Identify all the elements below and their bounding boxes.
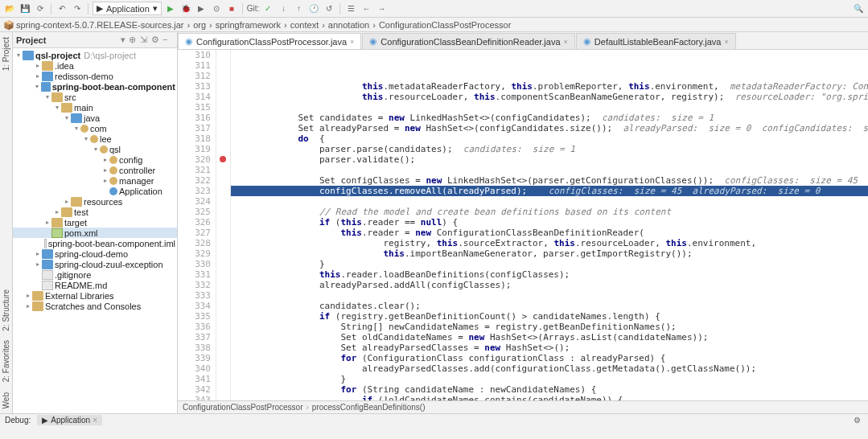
tree-item[interactable]: ▸test	[13, 207, 177, 217]
status-crumb[interactable]: processConfigBeanDefinitions()	[312, 403, 426, 412]
code-area[interactable]: 3103113123133143153163173183193203213223…	[178, 50, 868, 400]
line-number[interactable]: 333	[178, 290, 211, 301]
code-line[interactable]: for (ConfigurationClass configurationCla…	[231, 353, 868, 363]
debug-icon[interactable]: 🐞	[179, 2, 192, 15]
code-line[interactable]: this.reader.loadBeanDefinitions(configCl…	[231, 269, 868, 280]
code-line[interactable]: // Read the model and create bean defini…	[231, 207, 868, 217]
line-number[interactable]: 338	[178, 343, 211, 353]
code-line[interactable]: }	[231, 259, 868, 269]
project-tree[interactable]: ▾ qsl-project D:\qsl-project ▸.idea▸redi…	[13, 48, 177, 413]
line-number[interactable]: 329	[178, 248, 211, 259]
code-content[interactable]: 博客园 @ 青石路 this.metadataReaderFactory, th…	[231, 50, 868, 400]
code-line[interactable]: this.metadataReaderFactory, this.problem…	[231, 81, 868, 92]
tree-item[interactable]: ▸Scratches and Consoles	[13, 301, 177, 311]
code-line[interactable]	[231, 290, 868, 301]
vcs-update-icon[interactable]: ✓	[261, 2, 274, 15]
code-line[interactable]: Set oldCandidateNames = new HashSet<>(Ar…	[231, 332, 868, 343]
tree-item[interactable]: README.md	[13, 280, 177, 290]
code-line[interactable]: this.reader = new ConfigurationClassBean…	[231, 228, 868, 238]
close-icon[interactable]: ×	[564, 38, 568, 46]
code-line[interactable]: this.resourceLoader, this.componentScanB…	[231, 92, 868, 102]
code-line[interactable]: }	[231, 374, 868, 384]
line-number[interactable]: 318	[178, 133, 211, 144]
run-config-dropdown[interactable]: ▶ Application ▾	[93, 2, 162, 15]
tree-item[interactable]: ▾java	[13, 113, 177, 123]
line-number[interactable]: 332	[178, 280, 211, 290]
line-number[interactable]: 328	[178, 238, 211, 248]
hide-icon[interactable]: −	[162, 35, 174, 46]
line-number[interactable]: 339	[178, 353, 211, 363]
close-icon[interactable]: ×	[93, 416, 97, 425]
vcs-revert-icon[interactable]: ↺	[323, 2, 335, 15]
tree-item[interactable]: Application	[13, 186, 177, 196]
run-icon[interactable]: ▶	[164, 2, 177, 15]
tree-item[interactable]: ▾main	[13, 102, 177, 113]
line-number[interactable]: 325	[178, 207, 211, 217]
tree-item[interactable]: ▸config	[13, 154, 177, 165]
code-line[interactable]: do {	[231, 133, 868, 144]
breadcrumb-item[interactable]: context	[290, 20, 319, 30]
breadcrumb-item[interactable]: annotation	[328, 20, 369, 30]
line-number[interactable]: 319	[178, 144, 211, 154]
line-number[interactable]: 327	[178, 228, 211, 238]
tree-item[interactable]: ▾src	[13, 92, 177, 102]
line-number[interactable]: 315	[178, 102, 211, 113]
line-number[interactable]: 320	[178, 154, 211, 165]
line-number[interactable]: 317	[178, 123, 211, 133]
line-number[interactable]: 313	[178, 81, 211, 92]
code-line[interactable]: Set alreadyParsed = new HashSet<>(config…	[231, 123, 868, 133]
code-line[interactable]: parser.parse(candidates); candidates: si…	[231, 144, 868, 154]
code-line[interactable]	[231, 165, 868, 175]
line-number[interactable]: 340	[178, 363, 211, 374]
code-line[interactable]: if (registry.getBeanDefinitionCount() > …	[231, 311, 868, 322]
back-icon[interactable]: ←	[360, 2, 372, 15]
code-line[interactable]: Set alreadyParsedClasses = new HashSet<>…	[231, 343, 868, 353]
tree-item[interactable]: pom.xml	[13, 228, 177, 238]
tree-item[interactable]: ▸target	[13, 217, 177, 228]
line-number[interactable]: 324	[178, 196, 211, 207]
line-number[interactable]: 326	[178, 217, 211, 228]
structure-icon[interactable]: ☰	[344, 2, 357, 15]
close-icon[interactable]: ×	[350, 38, 354, 46]
status-crumb[interactable]: ConfigurationClassPostProcessor	[183, 403, 303, 412]
tree-item[interactable]: ▾com	[13, 123, 177, 133]
line-number[interactable]: 311	[178, 60, 211, 71]
breadcrumb-item[interactable]: org	[193, 20, 206, 30]
code-line[interactable]: candidates.clear();	[231, 301, 868, 311]
vcs-history-icon[interactable]: 🕐	[307, 2, 320, 15]
marker-gutter[interactable]	[216, 50, 231, 400]
save-icon[interactable]: 💾	[19, 2, 31, 15]
code-line[interactable]: Set candidates = new LinkedHashSet<>(con…	[231, 113, 868, 123]
line-number[interactable]: 314	[178, 92, 211, 102]
line-number[interactable]: 342	[178, 384, 211, 395]
line-number[interactable]: 343	[178, 395, 211, 400]
tree-item[interactable]: ▾spring-boot-bean-component	[13, 81, 177, 92]
target-icon[interactable]: ⊕	[129, 35, 140, 46]
line-number[interactable]: 331	[178, 269, 211, 280]
line-number[interactable]: 335	[178, 311, 211, 322]
structure-tool-tab[interactable]: 2: Structure	[0, 285, 12, 336]
refresh-icon[interactable]: ⟳	[34, 2, 47, 15]
code-line[interactable]	[231, 196, 868, 207]
editor-tab[interactable]: ◉ConfigurationClassBeanDefinitionReader.…	[362, 33, 574, 49]
chevron-down-icon[interactable]: ▾	[121, 35, 125, 45]
code-line[interactable]: registry, this.sourceExtractor, this.res…	[231, 238, 868, 248]
line-number[interactable]: 336	[178, 322, 211, 332]
project-tool-tab[interactable]: 1: Project	[0, 32, 12, 76]
line-number[interactable]: 337	[178, 332, 211, 343]
line-gutter[interactable]: 3103113123133143153163173183193203213223…	[178, 50, 216, 400]
tree-item[interactable]: ▸resources	[13, 196, 177, 207]
redo-icon[interactable]: ↷	[71, 2, 84, 15]
tree-item[interactable]: ▸.idea	[13, 60, 177, 71]
tree-item[interactable]: ▸External Libraries	[13, 290, 177, 301]
debug-tab[interactable]: ▶ Application ×	[37, 415, 102, 425]
tree-item[interactable]: .gitignore	[13, 269, 177, 280]
code-line[interactable]: if (!oldCandidateNames.contains(candidat…	[231, 395, 868, 400]
code-line[interactable]: this.importBeanNameGenerator, parser.get…	[231, 248, 868, 259]
line-number[interactable]: 334	[178, 301, 211, 311]
code-line[interactable]: alreadyParsedClasses.add(configurationCl…	[231, 363, 868, 374]
open-icon[interactable]: 📂	[3, 2, 16, 15]
vcs-push-icon[interactable]: ↑	[292, 2, 305, 15]
tree-item[interactable]: spring-boot-bean-component.iml	[13, 238, 177, 248]
close-icon[interactable]: ×	[724, 38, 728, 46]
